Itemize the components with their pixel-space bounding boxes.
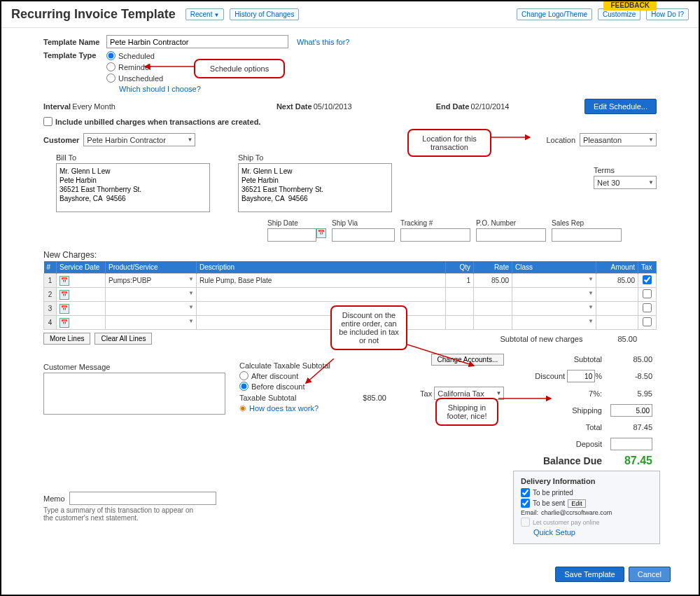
cancel-button[interactable]: Cancel — [629, 567, 671, 582]
shipto-label: Ship To — [238, 153, 392, 162]
interval-label: Interval — [43, 102, 71, 111]
memo-input[interactable] — [69, 492, 216, 505]
include-unbilled-checkbox[interactable]: Include unbilled charges when transactio… — [43, 117, 657, 126]
end-date-value: 02/10/2014 — [470, 102, 509, 111]
callout-shipping: Shipping in footer, nice! — [435, 398, 498, 426]
total-value: 87.45 — [606, 420, 655, 435]
page-title: Recurring Invoice Template — [11, 7, 176, 22]
change-logo-button[interactable]: Change Logo/Theme — [517, 8, 592, 20]
col-qty: Qty — [446, 261, 474, 274]
save-template-button[interactable]: Save Template — [555, 567, 624, 582]
how-tax-link[interactable]: How does tax work? — [249, 404, 318, 413]
chevron-down-icon: ▼ — [187, 137, 192, 143]
table-row[interactable]: 1📅Pumps:PUBP▼Rule Pump, Base Plate185.00… — [44, 274, 657, 288]
callout-location: Location for this transaction — [407, 129, 491, 157]
balance-value: 87.45 — [624, 455, 652, 466]
location-select[interactable]: Pleasanton▼ — [580, 133, 657, 146]
shipvia-label: Ship Via — [332, 219, 395, 227]
radio-scheduled[interactable]: Scheduled — [106, 51, 201, 60]
calendar-icon[interactable]: 📅 — [59, 304, 69, 314]
feedback-tab[interactable]: FEEDBACK — [603, 0, 657, 11]
edit-schedule-button[interactable]: Edit Schedule... — [584, 99, 657, 114]
shipping-label: Shipping — [508, 403, 605, 418]
subtotal-new-value: 85.00 — [617, 335, 637, 343]
tax-checkbox[interactable] — [643, 303, 652, 312]
radio-before-discount[interactable]: Before discount — [239, 382, 386, 391]
shipping-input[interactable] — [610, 404, 652, 417]
tracking-label: Tracking # — [400, 219, 470, 227]
location-label: Location — [546, 136, 575, 144]
pay-online-checkbox[interactable]: Let customer pay online — [521, 518, 652, 527]
taxable-subtotal-label: Taxable Subtotal — [239, 394, 296, 402]
terms-select[interactable]: Net 30▼ — [594, 176, 657, 189]
recent-button[interactable]: Recent▼ — [186, 8, 225, 20]
col-prod: Product/Service — [106, 261, 197, 274]
template-name-input[interactable] — [106, 35, 288, 48]
col-tax: Tax — [638, 261, 657, 274]
tax-value: 5.95 — [606, 385, 655, 401]
billto-textarea[interactable]: Mr. Glenn L Lew Pete Harbin 36521 East T… — [56, 163, 210, 212]
callout-discount: Discount on the entire order, can be inc… — [330, 305, 407, 350]
whats-this-link[interactable]: What's this for? — [297, 38, 349, 46]
radio-after-discount[interactable]: After discount — [239, 371, 386, 380]
customer-select[interactable]: Pete Harbin Contractor▼ — [83, 133, 195, 146]
col-rate: Rate — [474, 261, 512, 274]
tax-checkbox[interactable] — [643, 275, 652, 284]
calendar-icon[interactable]: 📅 — [59, 318, 69, 328]
chevron-down-icon: ▼ — [496, 390, 501, 396]
deposit-input[interactable] — [610, 438, 652, 450]
customer-message-textarea[interactable] — [43, 373, 225, 415]
taxcalc-title: Calculate Taxable Subtotal — [239, 361, 386, 370]
customer-label: Customer — [43, 136, 79, 144]
email-value: charlie@ccrsoftware.com — [541, 509, 612, 516]
balance-label: Balance Due — [508, 453, 605, 469]
new-charges-title: New Charges: — [43, 250, 657, 260]
radio-reminder[interactable]: Reminder — [106, 62, 201, 71]
tax-checkbox[interactable] — [643, 317, 652, 326]
email-label: Email: — [521, 509, 538, 516]
memo-label: Memo — [43, 494, 65, 503]
po-label: P.O. Number — [476, 219, 546, 227]
col-class: Class — [512, 261, 596, 274]
delivery-title: Delivery Information — [521, 477, 652, 485]
more-lines-button[interactable]: More Lines — [43, 333, 90, 345]
clear-all-button[interactable]: Clear All Lines — [94, 333, 152, 345]
total-label: Total — [508, 420, 605, 435]
edit-delivery-button[interactable]: Edit — [568, 499, 586, 508]
calendar-icon[interactable]: 📅 — [59, 276, 69, 286]
col-amount: Amount — [596, 261, 638, 274]
salesrep-input[interactable] — [552, 228, 622, 242]
subtotal-new-label: Subtotal of new charges — [500, 335, 582, 343]
po-input[interactable] — [476, 228, 546, 242]
calendar-icon[interactable]: 📅 — [316, 228, 326, 238]
col-desc: Description — [197, 261, 446, 274]
subtotal-label: Subtotal — [508, 352, 605, 367]
subtotal-value: 85.00 — [606, 352, 655, 367]
radio-unscheduled[interactable]: Unscheduled — [106, 74, 201, 83]
tax-checkbox[interactable] — [643, 289, 652, 298]
tracking-input[interactable] — [400, 228, 470, 242]
terms-label: Terms — [594, 166, 657, 174]
to-be-printed-checkbox[interactable]: To be printed — [521, 488, 652, 497]
which-choose-link[interactable]: Which should I choose? — [119, 85, 201, 93]
history-button[interactable]: History of Changes — [230, 8, 299, 20]
next-date-label: Next Date — [276, 102, 312, 111]
to-be-sent-checkbox[interactable]: To be sent Edit — [521, 499, 652, 508]
taxable-subtotal-value: $85.00 — [363, 394, 386, 402]
memo-hint: Type a summary of this transaction to ap… — [43, 506, 197, 522]
calendar-icon[interactable]: 📅 — [59, 290, 69, 300]
next-date-value: 05/10/2013 — [314, 102, 352, 111]
billto-label: Bill To — [56, 153, 210, 162]
shipdate-input[interactable] — [267, 228, 316, 242]
change-accounts-button[interactable]: Change Accounts... — [431, 354, 505, 366]
shipto-textarea[interactable]: Mr. Glenn L Lew Pete Harbin 36521 East T… — [238, 163, 392, 212]
customer-message-label: Customer Message — [43, 363, 232, 371]
shipvia-input[interactable] — [332, 228, 395, 242]
discount-pct-input[interactable] — [567, 370, 595, 382]
quick-setup-link[interactable]: Quick Setup — [533, 528, 575, 536]
table-row[interactable]: 2📅▼▼ — [44, 288, 657, 302]
end-date-label: End Date — [436, 102, 470, 111]
shipdate-label: Ship Date — [267, 219, 326, 227]
deposit-label: Deposit — [508, 436, 605, 452]
template-name-label: Template Name — [43, 38, 106, 46]
